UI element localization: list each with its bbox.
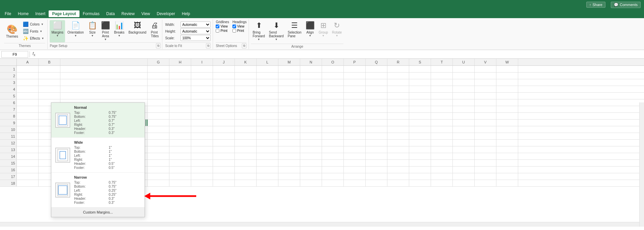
grid-cell[interactable] [453, 180, 475, 186]
menu-help[interactable]: Help [178, 10, 194, 17]
grid-cell[interactable] [257, 93, 278, 99]
comments-button[interactable]: 💬 Comments [611, 2, 641, 8]
grid-cell[interactable] [344, 146, 366, 153]
grid-cell[interactable] [60, 93, 148, 99]
col-r[interactable]: R [387, 59, 409, 65]
grid-cell[interactable] [213, 140, 235, 146]
grid-cell[interactable] [169, 86, 191, 92]
grid-cell[interactable] [278, 146, 300, 153]
grid-cell[interactable] [257, 173, 278, 180]
grid-cell[interactable] [17, 106, 39, 112]
grid-cell[interactable] [496, 180, 518, 186]
grid-cell[interactable] [257, 73, 278, 79]
grid-cell[interactable] [235, 167, 257, 173]
grid-cell[interactable] [496, 133, 518, 139]
horizontal-scrollbar[interactable] [0, 222, 639, 227]
grid-cell[interactable] [213, 167, 235, 173]
grid-cell[interactable] [496, 79, 518, 86]
grid-cell[interactable] [344, 153, 366, 159]
grid-cell[interactable] [431, 167, 453, 173]
grid-cell[interactable] [475, 140, 496, 146]
grid-cell[interactable] [17, 160, 39, 166]
grid-cell[interactable] [387, 79, 409, 86]
grid-cell[interactable] [60, 73, 148, 79]
grid-cell[interactable] [257, 180, 278, 186]
grid-cell[interactable] [344, 86, 366, 92]
margins-wide-option[interactable]: Wide Top:1" Bottom:1" Left:1" Right:1" H… [51, 138, 145, 173]
grid-cell[interactable] [322, 113, 344, 119]
grid-cell[interactable] [169, 106, 191, 112]
grid-cell[interactable] [39, 73, 60, 79]
scale-select[interactable]: 100% [180, 35, 211, 41]
margins-button[interactable]: ⬜ Margins ▼ [50, 20, 65, 42]
colors-button[interactable]: 🟦 Colors ▼ [21, 21, 45, 28]
col-k[interactable]: K [235, 59, 257, 65]
grid-cell[interactable] [191, 153, 213, 159]
grid-cell[interactable] [191, 66, 213, 72]
grid-cell[interactable] [453, 153, 475, 159]
grid-cell[interactable] [387, 99, 409, 106]
grid-cell[interactable] [475, 86, 496, 92]
grid-cell[interactable] [300, 167, 322, 173]
grid-cell[interactable] [213, 73, 235, 79]
grid-cell[interactable] [322, 106, 344, 112]
gridlines-view-checkbox[interactable] [216, 25, 219, 28]
grid-cell[interactable] [496, 66, 518, 72]
grid-cell[interactable] [17, 73, 39, 79]
grid-cell[interactable] [213, 79, 235, 86]
grid-cell[interactable] [17, 93, 39, 99]
grid-cell[interactable] [366, 86, 387, 92]
grid-cell[interactable] [475, 160, 496, 166]
grid-cell[interactable] [366, 126, 387, 133]
grid-cell[interactable] [453, 140, 475, 146]
grid-cell[interactable] [235, 106, 257, 112]
grid-cell[interactable] [366, 79, 387, 86]
grid-cell[interactable] [169, 99, 191, 106]
grid-cell[interactable] [475, 93, 496, 99]
grid-cell[interactable] [235, 73, 257, 79]
grid-cell[interactable] [257, 66, 278, 72]
grid-cell[interactable] [278, 133, 300, 139]
grid-cell[interactable] [431, 73, 453, 79]
grid-cell[interactable] [475, 99, 496, 106]
grid-cell[interactable] [257, 146, 278, 153]
grid-cell[interactable] [148, 167, 169, 173]
grid-cell[interactable] [496, 167, 518, 173]
grid-cell[interactable] [169, 66, 191, 72]
grid-cell[interactable] [496, 93, 518, 99]
grid-cell[interactable] [496, 140, 518, 146]
grid-cell[interactable] [387, 140, 409, 146]
grid-cell[interactable] [475, 113, 496, 119]
grid-cell[interactable] [344, 167, 366, 173]
grid-cell[interactable] [278, 180, 300, 186]
grid-cell[interactable] [431, 113, 453, 119]
grid-cell[interactable] [278, 167, 300, 173]
grid-cell[interactable] [409, 86, 431, 92]
bring-forward-button[interactable]: ⬆ BringForward ▼ [251, 20, 267, 44]
grid-cell[interactable] [366, 66, 387, 72]
print-titles-button[interactable]: 🖨 PrintTitles [149, 20, 161, 42]
grid-cell[interactable] [366, 140, 387, 146]
grid-cell[interactable] [387, 167, 409, 173]
grid-cell[interactable] [322, 173, 344, 180]
grid-cell[interactable] [475, 106, 496, 112]
grid-cell[interactable] [453, 173, 475, 180]
grid-cell[interactable] [322, 160, 344, 166]
grid-cell[interactable] [322, 126, 344, 133]
grid-cell[interactable] [387, 153, 409, 159]
grid-cell[interactable] [387, 66, 409, 72]
grid-cell[interactable] [191, 113, 213, 119]
grid-cell[interactable] [169, 173, 191, 180]
grid-cell[interactable] [344, 120, 366, 126]
grid-cell[interactable] [431, 79, 453, 86]
grid-cell[interactable] [17, 79, 39, 86]
grid-cell[interactable] [300, 106, 322, 112]
grid-cell[interactable] [235, 133, 257, 139]
grid-cell[interactable] [409, 113, 431, 119]
fonts-button[interactable]: 🔤 Fonts ▼ [21, 28, 45, 35]
grid-cell[interactable] [169, 180, 191, 186]
grid-cell[interactable] [278, 153, 300, 159]
grid-cell[interactable] [453, 79, 475, 86]
grid-cell[interactable] [496, 160, 518, 166]
col-g[interactable]: G [148, 59, 169, 65]
